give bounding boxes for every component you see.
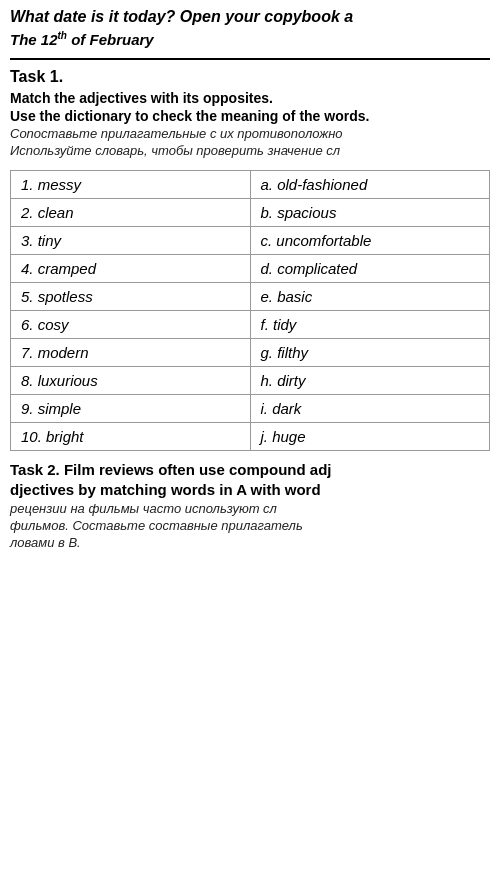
date-sup: th — [58, 30, 67, 41]
task2-subtitle-text: djectives by matching words in A with wo… — [10, 481, 321, 498]
table-row: 10. brightj. huge — [11, 423, 490, 451]
table-cell-right: h. dirty — [250, 367, 490, 395]
divider-task1 — [10, 58, 490, 60]
task1-instruction1: Match the adjectives with its opposites. — [10, 90, 490, 106]
task2-block: Task 2. Film reviews often use compound … — [10, 461, 490, 550]
table-cell-left: 9. simple — [11, 395, 251, 423]
task2-ru3: ловами в В. — [10, 535, 490, 550]
table-cell-right: c. uncomfortable — [250, 227, 490, 255]
date-label: The 12 — [10, 31, 58, 48]
table-row: 7. moderng. filthy — [11, 339, 490, 367]
table-row: 4. crampedd. complicated — [11, 255, 490, 283]
table-cell-left: 5. spotless — [11, 283, 251, 311]
task2-title-text: Task 2. Film reviews often use compound … — [10, 461, 331, 478]
task2-subtitle: djectives by matching words in A with wo… — [10, 481, 490, 498]
task2-title: Task 2. Film reviews often use compound … — [10, 461, 490, 478]
task1-instruction2: Use the dictionary to check the meaning … — [10, 108, 490, 124]
table-row: 8. luxurioush. dirty — [11, 367, 490, 395]
table-cell-right: g. filthy — [250, 339, 490, 367]
table-cell-left: 2. clean — [11, 199, 251, 227]
table-row: 9. simplei. dark — [11, 395, 490, 423]
task1-instruction-ru2: Используйте словарь, чтобы проверить зна… — [10, 143, 490, 158]
table-cell-left: 7. modern — [11, 339, 251, 367]
table-cell-left: 4. cramped — [11, 255, 251, 283]
table-row: 6. cosyf. tidy — [11, 311, 490, 339]
table-cell-left: 6. cosy — [11, 311, 251, 339]
table-row: 5. spotlesse. basic — [11, 283, 490, 311]
task1-title: Task 1. — [10, 68, 490, 86]
table-cell-left: 3. tiny — [11, 227, 251, 255]
table-cell-right: f. tidy — [250, 311, 490, 339]
table-row: 3. tinyc. uncomfortable — [11, 227, 490, 255]
table-cell-left: 10. bright — [11, 423, 251, 451]
task2-ru1: рецензии на фильмы часто используют сл — [10, 501, 490, 516]
matching-table: 1. messya. old-fashioned2. cleanb. spaci… — [10, 170, 490, 451]
table-cell-right: d. complicated — [250, 255, 490, 283]
table-cell-right: j. huge — [250, 423, 490, 451]
table-row: 1. messya. old-fashioned — [11, 171, 490, 199]
page-container: What date is it today? Open your copyboo… — [0, 0, 500, 572]
table-cell-right: i. dark — [250, 395, 490, 423]
header-top: What date is it today? Open your copyboo… — [10, 8, 490, 26]
date-rest: of February — [67, 31, 154, 48]
table-cell-right: b. spacious — [250, 199, 490, 227]
table-cell-left: 8. luxurious — [11, 367, 251, 395]
table-cell-left: 1. messy — [11, 171, 251, 199]
table-cell-right: a. old-fashioned — [250, 171, 490, 199]
table-cell-right: e. basic — [250, 283, 490, 311]
header-top-text: What date is it today? Open your copyboo… — [10, 8, 353, 25]
task2-ru2: фильмов. Составьте составные прилагатель — [10, 518, 490, 533]
date-line: The 12th of February — [10, 30, 490, 48]
task1-instruction-ru1: Сопоставьте прилагательные с их противоп… — [10, 126, 490, 141]
table-row: 2. cleanb. spacious — [11, 199, 490, 227]
